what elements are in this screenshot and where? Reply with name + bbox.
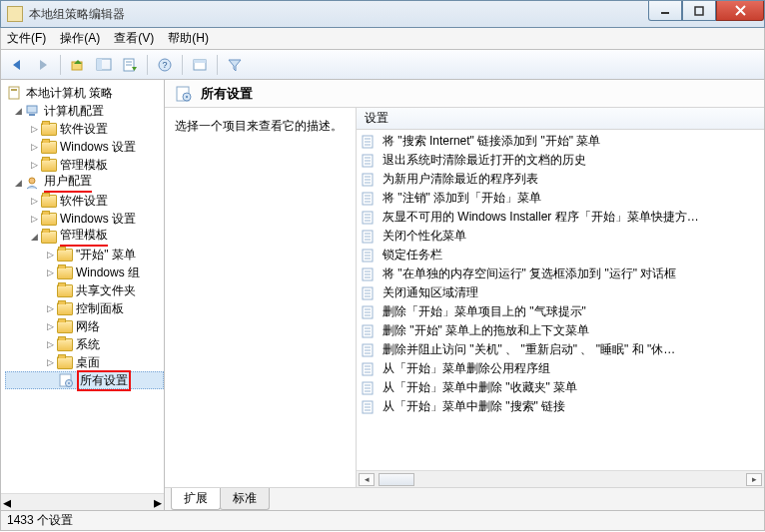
tree-item[interactable]: ▷系统 xyxy=(5,335,164,353)
tree-label: 系统 xyxy=(76,336,100,353)
help-button[interactable]: ? xyxy=(153,53,177,77)
tree-item[interactable]: ▷管理模板 xyxy=(5,156,164,174)
list-item[interactable]: 将 "搜索 Internet" 链接添加到 "开始" 菜单 xyxy=(357,132,764,151)
scroll-left-icon[interactable]: ◂ xyxy=(359,473,375,486)
tree-computer-config[interactable]: ◢ 计算机配置 xyxy=(5,102,164,120)
expand-icon[interactable]: ▷ xyxy=(29,124,39,134)
policy-item-icon xyxy=(361,172,377,188)
collapse-icon[interactable]: ◢ xyxy=(29,232,39,242)
up-button[interactable] xyxy=(66,53,90,77)
list-item[interactable]: 从「开始」菜单中删除 "搜索" 链接 xyxy=(357,397,764,416)
expand-icon[interactable]: ▷ xyxy=(45,321,55,331)
list-item[interactable]: 退出系统时清除最近打开的文档的历史 xyxy=(357,151,764,170)
show-hide-tree-button[interactable] xyxy=(92,53,116,77)
tree-pane[interactable]: 本地计算机 策略 ◢ 计算机配置 ▷软件设置 ▷Windows 设置 ▷管理模板… xyxy=(1,80,165,510)
expand-icon[interactable]: ▷ xyxy=(29,196,39,206)
policy-item-icon xyxy=(361,191,377,207)
column-label: 设置 xyxy=(365,110,388,127)
back-button[interactable] xyxy=(5,53,29,77)
settings-list-icon xyxy=(58,372,74,388)
tree-root[interactable]: 本地计算机 策略 xyxy=(5,84,164,102)
svg-rect-1 xyxy=(695,7,703,15)
tree-item[interactable]: ▷桌面 xyxy=(5,353,164,371)
list-item-label: 为新用户清除最近的程序列表 xyxy=(382,171,538,188)
collapse-icon[interactable]: ◢ xyxy=(13,178,23,188)
menu-help[interactable]: 帮助(H) xyxy=(168,30,209,47)
tree-item[interactable]: ▷Windows 设置 xyxy=(5,210,164,228)
user-icon xyxy=(25,175,41,191)
expand-icon[interactable]: ▷ xyxy=(45,357,55,367)
policy-item-icon xyxy=(361,266,377,282)
tree-horizontal-scrollbar[interactable]: ◂ ▸ xyxy=(1,493,164,510)
collapse-icon[interactable]: ◢ xyxy=(13,106,23,116)
expand-icon[interactable]: ▷ xyxy=(45,267,55,277)
tree-label: Windows 设置 xyxy=(60,139,136,156)
policy-item-icon xyxy=(361,210,377,226)
tree-item[interactable]: ▷"开始" 菜单 xyxy=(5,246,164,264)
list-item[interactable]: 从「开始」菜单删除公用程序组 xyxy=(357,359,764,378)
toolbar-separator xyxy=(60,55,61,75)
tree-item[interactable]: ▷控制面板 xyxy=(5,299,164,317)
list-item[interactable]: 灰显不可用的 Windows Installer 程序「开始」菜单快捷方… xyxy=(357,208,764,227)
export-list-button[interactable] xyxy=(118,53,142,77)
menu-bar: 文件(F) 操作(A) 查看(V) 帮助(H) xyxy=(0,28,765,50)
window-buttons xyxy=(648,1,764,21)
list-item[interactable]: 锁定任务栏 xyxy=(357,246,764,265)
forward-button[interactable] xyxy=(31,53,55,77)
expand-icon[interactable]: ▷ xyxy=(45,250,55,260)
toolbar-separator xyxy=(147,55,148,75)
tree-item[interactable]: ▷网络 xyxy=(5,317,164,335)
main-panel: 本地计算机 策略 ◢ 计算机配置 ▷软件设置 ▷Windows 设置 ▷管理模板… xyxy=(0,80,765,511)
tree-label: 控制面板 xyxy=(76,300,124,317)
list-horizontal-scrollbar[interactable]: ◂ ▸ xyxy=(357,470,764,487)
list-item[interactable]: 将 "注销" 添加到「开始」菜单 xyxy=(357,189,764,208)
minimize-button[interactable] xyxy=(648,1,682,21)
tree-user-config[interactable]: ◢ 用户配置 xyxy=(5,174,164,192)
tree-label: 用户配置 xyxy=(44,173,92,193)
tree-admin-templates[interactable]: ◢管理模板 xyxy=(5,228,164,246)
folder-icon xyxy=(41,159,57,172)
menu-view[interactable]: 查看(V) xyxy=(114,30,154,47)
content-pane: 所有设置 选择一个项目来查看它的描述。 设置 将 "搜索 Internet" 链… xyxy=(165,80,764,510)
expand-icon[interactable]: ▷ xyxy=(29,214,39,224)
list-item[interactable]: 关闭个性化菜单 xyxy=(357,227,764,246)
properties-button[interactable] xyxy=(188,53,212,77)
settings-list[interactable]: 将 "搜索 Internet" 链接添加到 "开始" 菜单退出系统时清除最近打开… xyxy=(357,130,764,470)
policy-item-icon xyxy=(361,248,377,264)
tree-item[interactable]: ▷软件设置 xyxy=(5,120,164,138)
menu-action[interactable]: 操作(A) xyxy=(60,30,100,47)
policy-item-icon xyxy=(361,342,377,358)
list-item[interactable]: 为新用户清除最近的程序列表 xyxy=(357,170,764,189)
tree-item[interactable]: ▷Windows 设置 xyxy=(5,138,164,156)
expand-icon[interactable]: ▷ xyxy=(45,339,55,349)
filter-button[interactable] xyxy=(223,53,247,77)
tab-extended[interactable]: 扩展 xyxy=(171,488,221,510)
tab-standard[interactable]: 标准 xyxy=(220,488,270,510)
column-header-setting[interactable]: 设置 xyxy=(357,108,764,130)
maximize-button[interactable] xyxy=(682,1,716,21)
menu-file[interactable]: 文件(F) xyxy=(7,30,46,47)
scroll-right-icon[interactable]: ▸ xyxy=(746,473,762,486)
folder-icon xyxy=(57,320,73,333)
tree-all-settings[interactable]: 所有设置 xyxy=(5,371,164,389)
folder-icon xyxy=(57,249,73,262)
scroll-right-icon[interactable]: ▸ xyxy=(154,493,162,511)
expand-icon[interactable]: ▷ xyxy=(45,303,55,313)
list-item[interactable]: 关闭通知区域清理 xyxy=(357,283,764,302)
expand-icon[interactable]: ▷ xyxy=(29,142,39,152)
scroll-left-icon[interactable]: ◂ xyxy=(3,493,11,511)
list-item[interactable]: 删除 "开始" 菜单上的拖放和上下文菜单 xyxy=(357,321,764,340)
close-button[interactable] xyxy=(716,1,764,21)
tree-item[interactable]: ▷软件设置 xyxy=(5,192,164,210)
tree-item[interactable]: ▷Windows 组 xyxy=(5,264,164,281)
list-item[interactable]: 将 "在单独的内存空间运行" 复选框添加到 "运行" 对话框 xyxy=(357,265,764,283)
expand-icon[interactable]: ▷ xyxy=(29,160,39,170)
tree-item[interactable]: 共享文件夹 xyxy=(5,281,164,299)
scroll-thumb[interactable] xyxy=(379,473,414,486)
policy-item-icon xyxy=(361,323,377,339)
list-item[interactable]: 从「开始」菜单中删除 "收藏夹" 菜单 xyxy=(357,378,764,397)
tree-label: 管理模板 xyxy=(60,227,108,247)
svg-point-18 xyxy=(29,178,35,184)
list-item[interactable]: 删除并阻止访问 "关机" 、 "重新启动" 、 "睡眠" 和 "休… xyxy=(357,340,764,359)
list-item[interactable]: 删除「开始」菜单项目上的 "气球提示" xyxy=(357,302,764,321)
